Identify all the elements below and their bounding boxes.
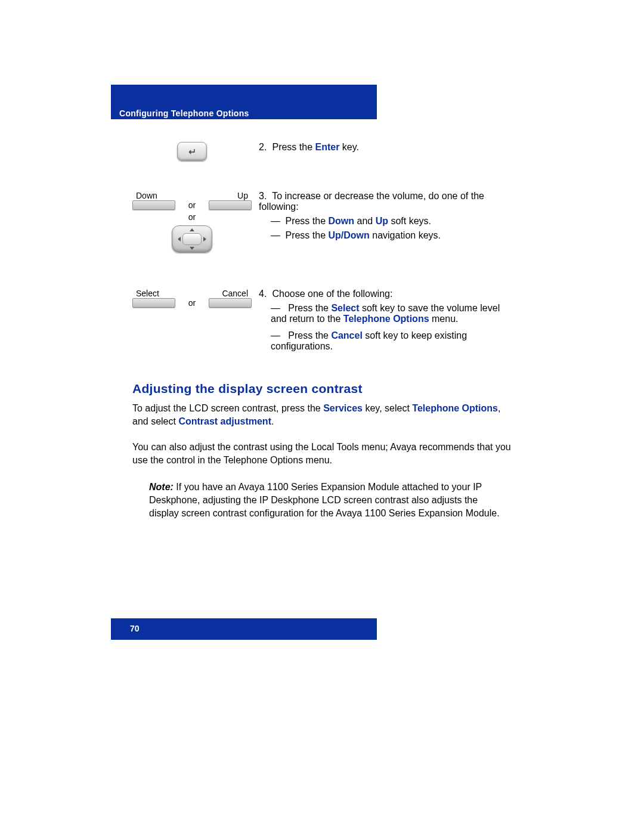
navpad-icon xyxy=(172,225,212,253)
step-2-number: 2. xyxy=(259,142,270,153)
page-number: 70 xyxy=(130,624,140,633)
or-label-3: or xyxy=(185,298,199,308)
document-page: Configuring Telephone Options ↵ 2. Press… xyxy=(0,0,644,833)
or-label: or xyxy=(185,200,199,210)
step-3-row: Down Up or or 3. To increase or decrease… xyxy=(132,191,516,253)
enter-key-icon: ↵ xyxy=(177,142,207,161)
down-softkey-icon xyxy=(132,200,175,210)
step-4-intro: 4. Choose one of the following: xyxy=(259,289,516,299)
step-3-number: 3. xyxy=(259,191,270,202)
section-para-1: To adjust the LCD screen contrast, press… xyxy=(132,402,516,428)
step-4-bullet-2: — Press the Cancel soft key to keep exis… xyxy=(259,330,516,352)
or-label-2: or xyxy=(132,212,252,222)
step-3-bullet-2: — Press the Up/Down navigation keys. xyxy=(259,230,516,241)
step-2-row: ↵ 2. Press the Enter key. xyxy=(132,142,516,161)
up-softkey-label: Up xyxy=(237,191,248,200)
select-softkey-label: Select xyxy=(136,289,159,298)
enter-term: Enter xyxy=(315,142,339,152)
step-3-intro: 3. To increase or decrease the volume, d… xyxy=(259,191,516,212)
step-4-number: 4. xyxy=(259,289,270,299)
note-block: Note: If you have an Avaya 1100 Series E… xyxy=(149,481,504,519)
header-title: Configuring Telephone Options xyxy=(119,109,249,118)
content-area: ↵ 2. Press the Enter key. Down Up or xyxy=(132,137,516,519)
cancel-softkey-label: Cancel xyxy=(222,289,248,298)
cancel-softkey-icon xyxy=(209,298,252,308)
step-4-row: Select Cancel or 4. Choose one of the fo… xyxy=(132,289,516,355)
section-para-2: You can also adjust the contrast using t… xyxy=(132,441,516,466)
footer-bar xyxy=(111,618,377,640)
note-label: Note: xyxy=(149,482,174,492)
step-3-bullet-1: — Press the Down and Up soft keys. xyxy=(259,216,516,227)
section-heading: Adjusting the display screen contrast xyxy=(132,382,516,396)
select-softkey-icon xyxy=(132,298,175,308)
down-softkey-label: Down xyxy=(136,191,157,200)
note-body: If you have an Avaya 1100 Series Expansi… xyxy=(149,482,500,518)
step-4-bullet-1: — Press the Select soft key to save the … xyxy=(259,303,516,324)
step-2-text: 2. Press the Enter key. xyxy=(259,142,516,153)
up-softkey-icon xyxy=(209,200,252,210)
